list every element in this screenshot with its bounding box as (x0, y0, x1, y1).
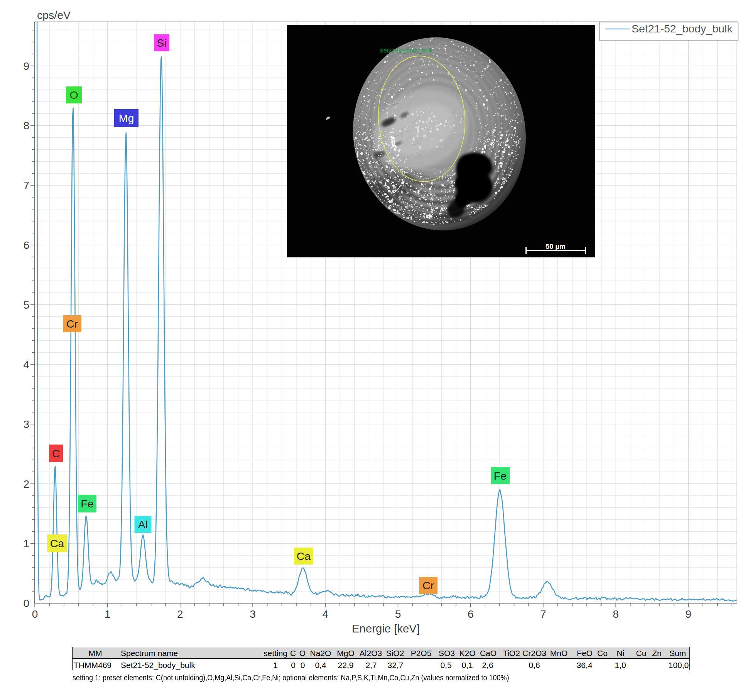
svg-text:3: 3 (250, 608, 256, 620)
svg-text:Set21-52_body_bulk: Set21-52_body_bulk (632, 22, 733, 35)
svg-text:Cr: Cr (66, 318, 78, 330)
svg-text:2: 2 (23, 478, 29, 490)
svg-text:6: 6 (468, 608, 474, 620)
svg-text:Fe: Fe (81, 497, 93, 510)
svg-text:Si: Si (157, 37, 166, 49)
svg-text:Mg: Mg (119, 112, 134, 124)
svg-text:Fe: Fe (494, 470, 507, 482)
svg-text:50 µm: 50 µm (546, 243, 565, 250)
svg-text:5: 5 (23, 299, 29, 311)
svg-text:1: 1 (23, 538, 29, 550)
svg-text:0: 0 (23, 597, 29, 609)
svg-text:Energie [keV]: Energie [keV] (352, 622, 420, 635)
svg-text:Ca: Ca (50, 537, 64, 550)
svg-text:7: 7 (23, 179, 29, 191)
svg-text:Set21-52_body_bulk: Set21-52_body_bulk (380, 47, 433, 54)
svg-text:0: 0 (32, 608, 38, 620)
svg-text:7: 7 (540, 608, 546, 620)
svg-text:Al: Al (138, 518, 148, 531)
svg-text:C: C (52, 447, 60, 460)
svg-text:Cr: Cr (422, 579, 434, 592)
svg-text:Ca: Ca (297, 550, 311, 562)
svg-text:5: 5 (395, 608, 401, 620)
svg-text:4: 4 (23, 358, 29, 370)
svg-text:O: O (69, 89, 78, 101)
svg-text:1: 1 (105, 608, 111, 620)
svg-text:2: 2 (177, 608, 183, 620)
svg-text:3: 3 (23, 418, 29, 430)
svg-text:4: 4 (323, 608, 329, 620)
svg-text:cps/eV: cps/eV (37, 9, 71, 21)
svg-text:9: 9 (23, 60, 29, 72)
svg-text:8: 8 (613, 608, 619, 620)
svg-text:6: 6 (23, 239, 29, 251)
svg-text:8: 8 (23, 120, 29, 132)
svg-text:9: 9 (686, 608, 692, 620)
